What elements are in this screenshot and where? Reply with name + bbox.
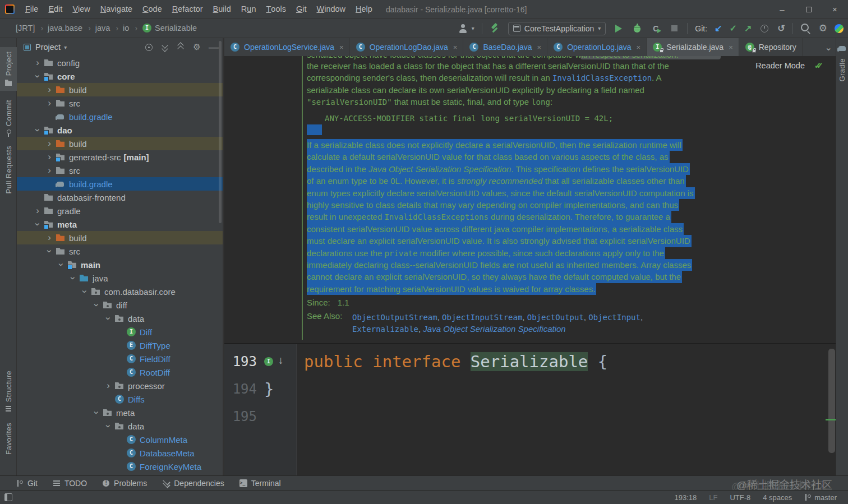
tree-chevron-icon[interactable] [31,71,44,82]
tree-row[interactable]: com.databasir.core [17,285,223,298]
project-panel-title[interactable]: Project [35,43,61,52]
tool-window-button[interactable]: Terminal [239,479,281,488]
menu-item[interactable]: Git [291,0,312,18]
status-bar-item[interactable]: 193:18 [674,493,697,502]
reader-mode-label[interactable]: Reader Mode [755,61,805,70]
code-line[interactable]: 195 [224,403,836,430]
coverage-button[interactable] [650,23,661,34]
editor-tab[interactable]: BaseDao.java × [463,38,547,56]
editor-tab[interactable]: OperationLogDao.java × [350,38,464,56]
tree-chevron-icon[interactable] [67,272,79,284]
tree-row[interactable]: build [17,137,223,150]
tree-row[interactable]: FieldDiff [17,352,223,366]
tree-row[interactable]: Diffs [17,392,223,406]
profile-icon[interactable] [458,23,469,34]
hidden-tabs-chevron-icon[interactable]: ⌄ [825,42,832,53]
tree-chevron-icon[interactable] [79,286,91,297]
chevron-down-icon[interactable]: ▾ [64,44,67,50]
editor-tab[interactable]: OperationLog.java × [547,38,647,56]
tree-row[interactable]: build [17,231,223,244]
code-line[interactable]: 193 ↓ public interface Serializable { [224,348,836,375]
maximize-button[interactable] [795,0,822,19]
tree-chevron-icon[interactable] [43,138,56,149]
breadcrumb-item[interactable]: Serializable [130,24,197,33]
tree-scrollbar[interactable] [219,41,222,223]
status-bar-item[interactable]: 4 spaces [763,493,792,502]
see-also-line[interactable]: Externalizable, Java Object Serializatio… [352,323,643,335]
code-editor[interactable]: 193 ↓ public interface Serializable { 19… [224,343,836,475]
panel-settings-gear-icon[interactable]: ⚙ [192,43,201,52]
tree-row[interactable]: java [17,271,223,285]
tool-window-switcher-icon[interactable] [4,493,12,501]
javadoc-reader-pane[interactable]: serialized object have loaded classes fo… [224,56,836,343]
breadcrumb-item[interactable]: java [84,24,110,33]
tree-row[interactable]: processor [17,379,223,392]
code-line[interactable]: 194 } [224,375,836,403]
tree-chevron-icon[interactable] [90,299,103,311]
tree-row[interactable]: core [17,70,223,83]
hide-panel-icon[interactable]: — [209,43,218,52]
inspections-ok-icon[interactable]: ✓ [814,61,823,71]
tree-row[interactable]: src [17,244,223,258]
tree-row[interactable]: src [17,164,223,177]
tool-window-button[interactable]: Project [0,47,17,91]
tree-row[interactable]: data [17,419,223,433]
tree-row[interactable]: config [17,56,223,70]
tree-chevron-icon[interactable] [43,246,56,257]
implementations-arrow-icon[interactable]: ↓ [278,354,284,367]
build-hammer-icon[interactable] [490,23,501,34]
run-configuration-select[interactable]: CoreTestApplication ▾ [508,22,606,35]
expand-all-icon[interactable] [161,43,169,51]
debug-button[interactable] [632,23,643,34]
tree-row[interactable]: data [17,312,223,325]
tree-row[interactable]: build.gradle [17,110,223,123]
close-button[interactable]: × [822,0,848,19]
tree-row[interactable]: gradle [17,204,223,218]
tree-chevron-icon[interactable] [102,380,114,391]
tree-row[interactable]: databasir-frontend [17,191,223,204]
tool-window-button[interactable]: Favorites [0,423,17,465]
editor-tab[interactable]: OperationLogService.java × [224,38,350,56]
tree-chevron-icon[interactable] [55,259,67,270]
tab-close-icon[interactable]: × [637,43,641,52]
menu-item[interactable]: Edit [43,0,67,18]
tree-row[interactable]: main [17,258,223,271]
tab-close-icon[interactable]: × [537,43,542,52]
tool-window-button[interactable]: Structure [0,371,17,413]
tree-row[interactable]: ColumnMeta [17,433,223,446]
tree-chevron-icon[interactable] [31,124,44,136]
line-number[interactable]: 195 [224,409,257,424]
tree-chevron-icon[interactable] [43,84,56,95]
git-commit-icon[interactable]: ✓ [730,23,737,34]
menu-item[interactable]: View [67,0,95,18]
run-button[interactable] [613,23,624,34]
tree-chevron-icon[interactable] [90,407,103,418]
tree-row[interactable]: build [17,83,223,96]
git-push-icon[interactable]: ↗ [744,23,752,34]
tree-row[interactable]: DiffType [17,339,223,352]
tree-row[interactable]: dao [17,123,223,137]
status-bar-item[interactable]: master [804,493,837,502]
tree-chevron-icon[interactable] [43,165,56,176]
git-update-icon[interactable]: ↙ [715,23,722,34]
line-number[interactable]: 193 [224,354,257,369]
status-bar-item[interactable]: UTF-8 [730,493,750,502]
gradle-elephant-icon[interactable] [837,44,847,53]
menu-item[interactable]: File [20,0,43,18]
tool-window-button[interactable]: Git [16,479,38,488]
menu-item[interactable]: Window [311,0,351,18]
tool-window-button[interactable]: Pull Requests [0,146,17,204]
tool-window-button[interactable]: Problems [102,479,147,488]
tree-row[interactable]: ForeignKeyMeta [17,460,223,473]
minimize-button[interactable]: – [769,0,795,19]
interface-gutter-icon[interactable] [264,357,274,366]
tree-chevron-icon[interactable] [31,57,44,68]
tool-window-button[interactable]: Dependencies [162,479,224,488]
menu-item[interactable]: Run [236,0,261,18]
menu-item[interactable]: Build [208,0,236,18]
see-also-line[interactable]: ObjectOutputStream, ObjectInputStream, O… [352,311,643,323]
editor-tab[interactable]: Repository × [739,38,803,56]
history-icon[interactable] [759,23,770,34]
line-number[interactable]: 194 [224,381,257,397]
tree-row[interactable]: generated-src [main] [17,150,223,164]
